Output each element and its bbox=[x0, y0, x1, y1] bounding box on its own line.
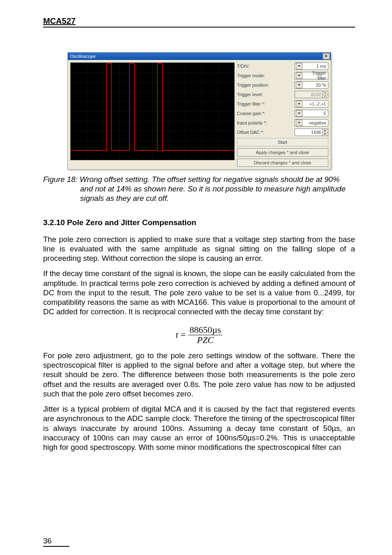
trigger-filter-value: +1,-2,+1 bbox=[303, 101, 327, 106]
spinner-buttons bbox=[322, 129, 328, 136]
chevron-down-icon bbox=[296, 63, 302, 69]
tdiv-row: T/DIV: 1 ms bbox=[237, 62, 328, 70]
trigger-mode-label: Trigger mode: bbox=[237, 73, 293, 78]
trigger-mode-value: Trigger filter bbox=[303, 71, 327, 81]
input-polarity-select[interactable]: negative bbox=[295, 119, 328, 127]
chevron-down-icon[interactable] bbox=[322, 132, 328, 136]
start-button[interactable]: Start bbox=[237, 138, 328, 146]
offset-dac-row: Offset DAC *: 1596 bbox=[237, 129, 328, 136]
chevron-down-icon bbox=[296, 120, 302, 126]
tdiv-label: T/DIV: bbox=[237, 64, 293, 69]
trigger-filter-select[interactable]: +1,-2,+1 bbox=[295, 100, 328, 108]
trigger-position-select[interactable]: 20 % bbox=[295, 81, 328, 89]
trigger-mode-row: Trigger mode: Trigger filter bbox=[237, 72, 328, 79]
figure-caption-line1: Figure 18: Wrong offset setting. The off… bbox=[43, 175, 339, 184]
trigger-filter-row: Trigger filter *: +1,-2,+1 bbox=[237, 100, 328, 108]
spinner-buttons bbox=[322, 91, 328, 98]
page-footer: 36 bbox=[43, 521, 355, 547]
section-heading: 3.2.10 Pole Zero and Jitter Compensation bbox=[43, 218, 355, 227]
svg-marker-28 bbox=[298, 113, 300, 114]
equation-lhs: t bbox=[176, 329, 178, 340]
page-header: MCA527 bbox=[43, 16, 355, 52]
svg-marker-23 bbox=[298, 75, 300, 76]
chevron-up-icon[interactable] bbox=[322, 91, 328, 94]
close-button[interactable]: × bbox=[323, 53, 330, 60]
input-polarity-row: Input polarity *: negative bbox=[237, 119, 328, 127]
trigger-filter-label: Trigger filter *: bbox=[237, 101, 293, 106]
equation-numerator-unit: µs bbox=[212, 325, 221, 335]
svg-marker-25 bbox=[324, 92, 326, 93]
chevron-down-icon bbox=[296, 110, 302, 117]
oscilloscope-body: T/DIV: 1 ms Trigger mode: Trigger filter… bbox=[68, 60, 331, 169]
svg-marker-30 bbox=[324, 130, 326, 131]
figure-caption-line3: signals as they are cut off. bbox=[43, 193, 355, 203]
trigger-level-row: Trigger level: 8192 bbox=[237, 91, 328, 98]
trigger-level-label: Trigger level: bbox=[237, 92, 293, 97]
paragraph-2: If the decay time constant of the signal… bbox=[43, 269, 355, 316]
offset-dac-spinner[interactable]: 1596 bbox=[295, 129, 328, 136]
paragraph-4: Jitter is a typical problem of digital M… bbox=[43, 404, 355, 452]
chevron-down-icon bbox=[296, 82, 302, 88]
trigger-position-label: Trigger position: bbox=[237, 83, 293, 88]
svg-marker-22 bbox=[298, 65, 300, 67]
oscilloscope-window: Oscilloscope × T/DIV: 1 ms Trigger mode: bbox=[67, 52, 331, 170]
equals-sign: = bbox=[181, 329, 186, 340]
paragraph-1: The pole zero correction is applied to m… bbox=[43, 235, 355, 263]
header-rule bbox=[43, 27, 355, 28]
close-icon: × bbox=[325, 54, 327, 58]
coarse-gain-row: Coarse gain *: 5 bbox=[237, 110, 328, 117]
trigger-mode-select[interactable]: Trigger filter bbox=[295, 72, 328, 79]
chevron-down-icon bbox=[296, 101, 302, 107]
equation-fraction: 88650µs PZC bbox=[188, 325, 222, 345]
discard-close-button[interactable]: Discard changes * and close bbox=[237, 159, 328, 167]
oscilloscope-canvas bbox=[70, 62, 235, 160]
coarse-gain-label: Coarse gain *: bbox=[237, 111, 293, 116]
oscilloscope-grid bbox=[70, 62, 235, 160]
equation-denominator: PZC bbox=[196, 335, 215, 345]
trigger-position-row: Trigger position: 20 % bbox=[237, 81, 328, 89]
page-title: MCA527 bbox=[43, 16, 355, 26]
svg-marker-27 bbox=[298, 103, 300, 105]
svg-marker-26 bbox=[324, 96, 326, 97]
coarse-gain-select[interactable]: 5 bbox=[295, 110, 328, 117]
paragraph-3: For pole zero adjustment, go to the pole… bbox=[43, 351, 355, 398]
figure-caption-line2: and not at 14% as shown here. So it is n… bbox=[43, 184, 355, 193]
equation: t = 88650µs PZC bbox=[43, 325, 355, 345]
oscilloscope-title: Oscilloscope bbox=[70, 54, 323, 59]
trigger-level-value: 8192 bbox=[295, 91, 322, 98]
coarse-gain-value: 5 bbox=[303, 111, 327, 116]
apply-close-button[interactable]: Apply changes * and close bbox=[237, 148, 328, 157]
svg-marker-31 bbox=[324, 134, 326, 135]
equation-numerator-value: 88650 bbox=[189, 325, 212, 335]
tdiv-value: 1 ms bbox=[303, 64, 327, 69]
svg-marker-24 bbox=[298, 84, 300, 86]
input-polarity-value: negative bbox=[303, 120, 327, 125]
chevron-up-icon[interactable] bbox=[322, 129, 328, 132]
oscilloscope-controls: T/DIV: 1 ms Trigger mode: Trigger filter… bbox=[237, 62, 328, 167]
offset-dac-value: 1596 bbox=[295, 129, 322, 136]
trigger-position-value: 20 % bbox=[303, 83, 327, 88]
svg-marker-29 bbox=[298, 122, 300, 124]
chevron-down-icon bbox=[296, 72, 302, 79]
chevron-down-icon[interactable] bbox=[322, 94, 328, 98]
figure-caption: Figure 18: Wrong offset setting. The off… bbox=[43, 175, 355, 203]
footer-rule bbox=[43, 546, 69, 547]
trigger-level-spinner[interactable]: 8192 bbox=[295, 91, 328, 98]
offset-dac-label: Offset DAC *: bbox=[237, 130, 293, 135]
input-polarity-label: Input polarity *: bbox=[237, 120, 293, 125]
page-number: 36 bbox=[43, 537, 52, 545]
tdiv-select[interactable]: 1 ms bbox=[295, 62, 328, 70]
oscilloscope-titlebar: Oscilloscope × bbox=[68, 53, 331, 60]
